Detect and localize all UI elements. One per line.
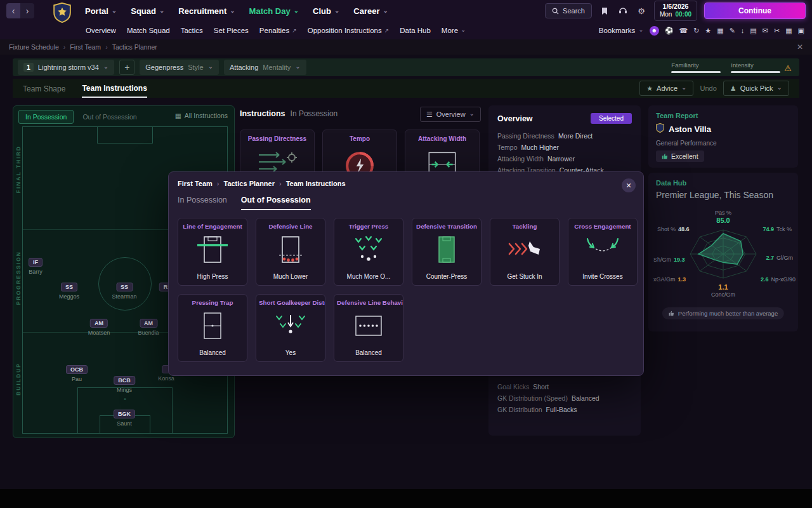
cut-icon[interactable]: ✂ bbox=[774, 27, 780, 35]
awards-icon[interactable]: ★ bbox=[705, 27, 711, 35]
performance-rating-badge[interactable]: Excellent bbox=[656, 150, 704, 162]
card-pressing-trap[interactable]: Pressing Trap Balanced bbox=[178, 294, 247, 362]
subnav-match-squad[interactable]: Match Squad bbox=[127, 27, 170, 34]
subnav-data-hub[interactable]: Data Hub bbox=[400, 27, 431, 34]
tactic-select[interactable]: 1 Lightning storm v34 bbox=[18, 60, 114, 75]
menu-squad[interactable]: Squad bbox=[131, 6, 164, 16]
stat-shot-pct: Shot % 48.6 bbox=[657, 226, 690, 232]
modal-crumb-tactics-planner[interactable]: Tactics Planner bbox=[213, 180, 275, 187]
download-icon[interactable]: ↓ bbox=[741, 27, 745, 34]
club-crest-icon[interactable] bbox=[53, 2, 71, 26]
modal-crumb-first-team[interactable]: First Team bbox=[178, 180, 213, 187]
continue-button[interactable]: Continue bbox=[704, 3, 806, 19]
stat-value: 74.9 bbox=[763, 226, 774, 232]
style-select[interactable]: Gegenpress Style bbox=[140, 60, 219, 75]
refresh-icon[interactable]: ↻ bbox=[693, 27, 699, 35]
profile-icon[interactable]: ☻ bbox=[650, 26, 659, 36]
setting-value: Narrower bbox=[547, 155, 575, 163]
player-moatsen[interactable]: AM Moatsen bbox=[88, 319, 110, 336]
bookmark-icon[interactable] bbox=[599, 7, 610, 15]
toggle-in-possession[interactable]: In Possession bbox=[18, 110, 74, 124]
selected-button[interactable]: Selected bbox=[591, 113, 632, 124]
add-tactic-button[interactable]: + bbox=[119, 60, 134, 75]
breadcrumb-tactics-planner[interactable]: Tactics Planner bbox=[101, 43, 157, 51]
subnav-opposition-instructions[interactable]: Opposition Instructions↗ bbox=[308, 27, 390, 34]
toggle-out-of-possession[interactable]: Out of Possession bbox=[76, 110, 143, 124]
subnav-tactics[interactable]: Tactics bbox=[181, 27, 203, 34]
back-button[interactable]: ‹ bbox=[6, 3, 20, 18]
menu-career[interactable]: Career bbox=[353, 6, 388, 16]
undo-button[interactable]: Undo bbox=[700, 84, 716, 92]
overview-row[interactable]: GK Distribution (Speed) Balanced bbox=[497, 392, 599, 404]
football-icon[interactable]: ⚽ bbox=[665, 27, 674, 35]
overview-row[interactable]: Goal Kicks Short bbox=[497, 381, 599, 392]
game-date[interactable]: 1/6/2026 Mon 00:00 bbox=[654, 1, 697, 21]
subnav-overview[interactable]: Overview bbox=[86, 27, 116, 34]
overview-row[interactable]: Attacking Width Narrower bbox=[497, 153, 632, 164]
thumbs-up-icon bbox=[662, 153, 668, 159]
setting-label: Goal Kicks bbox=[497, 383, 529, 391]
tab-team-instructions[interactable]: Team Instructions bbox=[82, 79, 147, 98]
quick-pick-button[interactable]: ♟ Quick Pick bbox=[723, 81, 789, 96]
forward-button[interactable]: › bbox=[20, 3, 34, 18]
subnav-more[interactable]: More bbox=[442, 27, 466, 34]
player-buendia[interactable]: AM Buendia bbox=[138, 319, 159, 336]
all-instructions-button[interactable]: ▦ All Instructions bbox=[175, 112, 228, 119]
breadcrumb-fixture-schedule[interactable]: Fixture Schedule bbox=[9, 43, 59, 51]
card-trigger-press[interactable]: Trigger Press bbox=[334, 218, 403, 286]
gear-icon[interactable]: ⚙ bbox=[636, 6, 647, 16]
history-nav: ‹ › bbox=[6, 3, 34, 18]
screen-icon[interactable]: ▦ bbox=[717, 27, 723, 35]
card-defensive-line[interactable]: Defensive Line Much Lower bbox=[256, 218, 325, 286]
phone-icon[interactable]: ☎ bbox=[679, 27, 688, 35]
player-pau[interactable]: OCB Pau bbox=[66, 365, 88, 382]
overview-row[interactable]: Tempo Much Higher bbox=[497, 142, 632, 153]
card-cross-engagement[interactable]: Cross Engagement Invite Crosses bbox=[568, 218, 638, 286]
player-meggos[interactable]: SS Meggos bbox=[59, 283, 79, 300]
calendar-icon[interactable]: ▦ bbox=[785, 27, 792, 35]
warning-icon[interactable]: ⚠ bbox=[784, 64, 792, 73]
card-line-of-engagement[interactable]: Line of Engagement High Press bbox=[178, 218, 247, 286]
modal-close-button[interactable] bbox=[622, 178, 636, 192]
tab-team-shape[interactable]: Team Shape bbox=[23, 79, 65, 97]
mentality-select[interactable]: Attacking Mentality bbox=[224, 60, 306, 75]
player-saunt[interactable]: BGK Saunt bbox=[114, 410, 135, 427]
overview-row[interactable]: Passing Directness More Direct bbox=[497, 130, 632, 142]
chevron-down-icon bbox=[230, 6, 235, 16]
defensive-line-behaviour-icon bbox=[334, 310, 403, 342]
menu-club[interactable]: Club bbox=[313, 6, 339, 16]
menu-portal[interactable]: Portal bbox=[85, 6, 117, 16]
tackling-icon bbox=[490, 234, 559, 265]
subnav-set-pieces[interactable]: Set Pieces bbox=[214, 27, 249, 34]
card-defensive-line-behaviour[interactable]: Defensive Line Behavio Balanced bbox=[334, 294, 403, 362]
subnav-penalties[interactable]: Penalties↗ bbox=[259, 27, 297, 34]
headset-icon[interactable] bbox=[617, 7, 629, 15]
modal-tab-in-possession[interactable]: In Possession bbox=[178, 196, 227, 210]
team-name[interactable]: Aston Villa bbox=[669, 124, 711, 134]
overview-row[interactable]: GK Distribution Full-Backs bbox=[497, 404, 599, 415]
advice-button[interactable]: ★ Advice bbox=[639, 81, 693, 96]
menu-match-day[interactable]: Match Day bbox=[249, 6, 299, 16]
search-button[interactable]: Search bbox=[545, 3, 592, 18]
modal-crumb-team-instructions[interactable]: Team Instructions bbox=[275, 180, 346, 187]
player-barry[interactable]: IF Barry bbox=[29, 258, 43, 275]
device-icon[interactable]: ▣ bbox=[798, 27, 804, 35]
card-defensive-transition[interactable]: Defensive Transition Counter-Press bbox=[412, 218, 481, 286]
card-tackling[interactable]: Tackling Get Stuck In bbox=[490, 218, 560, 286]
close-icon[interactable]: ✕ bbox=[797, 43, 803, 51]
view-mode-dropdown[interactable]: ☰ Overview bbox=[420, 107, 481, 122]
bookmarks-dropdown[interactable]: Bookmarks bbox=[599, 27, 644, 34]
player-stearman[interactable]: SS Stearman bbox=[112, 283, 136, 300]
card-short-goalkeeper-distribution[interactable]: Short Goalkeeper Distr Yes bbox=[256, 294, 325, 362]
notes-icon[interactable]: ✎ bbox=[730, 27, 735, 35]
top-bar-actions: Search ⚙ 1/6/2026 Mon 00:00 Continue bbox=[545, 0, 806, 22]
list-icon[interactable]: ▤ bbox=[750, 27, 756, 35]
modal-tab-out-of-possession[interactable]: Out of Possession bbox=[241, 196, 311, 210]
stat-pass-pct: Pas % 85.0 bbox=[704, 210, 742, 224]
breadcrumb-first-team[interactable]: First Team bbox=[59, 43, 101, 51]
player-mings[interactable]: BCB Mings bbox=[114, 376, 135, 393]
search-icon bbox=[552, 8, 559, 15]
mail-icon[interactable]: ✉ bbox=[763, 27, 768, 35]
menu-recruitment[interactable]: Recruitment bbox=[178, 6, 235, 16]
performance-summary-button[interactable]: Performing much better than average bbox=[662, 307, 784, 319]
